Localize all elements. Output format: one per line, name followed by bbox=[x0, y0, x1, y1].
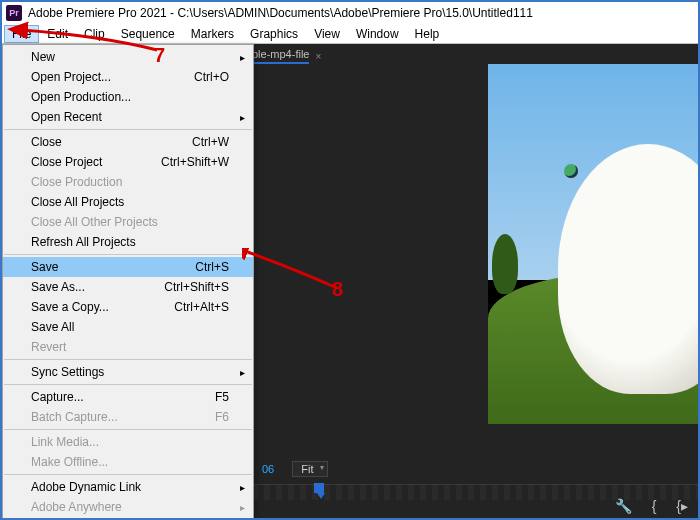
submenu-arrow-icon: ▸ bbox=[240, 482, 245, 493]
menu-item-label: Capture... bbox=[31, 390, 84, 404]
menu-sequence[interactable]: Sequence bbox=[113, 25, 183, 43]
app-logo-icon: Pr bbox=[6, 5, 22, 21]
menu-item-make-offline: Make Offline... bbox=[3, 452, 253, 472]
menu-item-label: Save a Copy... bbox=[31, 300, 109, 314]
menu-item-close-project[interactable]: Close ProjectCtrl+Shift+W bbox=[3, 152, 253, 172]
menu-item-label: Close All Other Projects bbox=[31, 215, 158, 229]
menu-window[interactable]: Window bbox=[348, 25, 407, 43]
zoom-fit-dropdown[interactable]: Fit bbox=[292, 461, 328, 477]
menu-item-label: Open Project... bbox=[31, 70, 111, 84]
menu-file[interactable]: File bbox=[4, 25, 39, 43]
menu-item-save-all[interactable]: Save All bbox=[3, 317, 253, 337]
menu-item-new[interactable]: New▸ bbox=[3, 47, 253, 67]
mark-in-icon[interactable]: { bbox=[652, 498, 657, 514]
menu-item-label: Save As... bbox=[31, 280, 85, 294]
timecode-display[interactable]: 06 bbox=[262, 463, 274, 475]
menu-item-close-all-projects[interactable]: Close All Projects bbox=[3, 192, 253, 212]
submenu-arrow-icon: ▸ bbox=[240, 502, 245, 513]
menu-item-label: Close Production bbox=[31, 175, 122, 189]
monitor-controls: 06 Fit bbox=[252, 458, 698, 480]
menu-item-open-recent[interactable]: Open Recent▸ bbox=[3, 107, 253, 127]
menu-item-shortcut: Ctrl+W bbox=[192, 135, 229, 149]
menu-item-revert: Revert bbox=[3, 337, 253, 357]
menu-edit[interactable]: Edit bbox=[39, 25, 76, 43]
menu-item-label: Revert bbox=[31, 340, 66, 354]
menu-item-link-media: Link Media... bbox=[3, 432, 253, 452]
menu-item-label: Refresh All Projects bbox=[31, 235, 136, 249]
menu-item-refresh-all-projects[interactable]: Refresh All Projects bbox=[3, 232, 253, 252]
program-monitor bbox=[488, 64, 698, 424]
menu-item-capture[interactable]: Capture...F5 bbox=[3, 387, 253, 407]
menu-item-shortcut: Ctrl+Alt+S bbox=[174, 300, 229, 314]
title-bar: Pr Adobe Premiere Pro 2021 - C:\Users\AD… bbox=[2, 2, 698, 24]
menu-item-adobe-dynamic-link[interactable]: Adobe Dynamic Link▸ bbox=[3, 477, 253, 497]
menu-item-label: Close All Projects bbox=[31, 195, 124, 209]
menu-item-shortcut: Ctrl+Shift+S bbox=[164, 280, 229, 294]
menu-item-close-all-other-projects: Close All Other Projects bbox=[3, 212, 253, 232]
menu-item-shortcut: Ctrl+Shift+W bbox=[161, 155, 229, 169]
menu-item-label: Make Offline... bbox=[31, 455, 108, 469]
menu-item-batch-capture: Batch Capture...F6 bbox=[3, 407, 253, 427]
menu-item-label: Open Recent bbox=[31, 110, 102, 124]
annotation-number-8: 8 bbox=[332, 278, 343, 301]
menu-item-label: Close bbox=[31, 135, 62, 149]
menu-item-shortcut: Ctrl+S bbox=[195, 260, 229, 274]
settings-icon[interactable]: 🔧 bbox=[615, 498, 632, 514]
menu-view[interactable]: View bbox=[306, 25, 348, 43]
menu-item-close-production: Close Production bbox=[3, 172, 253, 192]
window-title: Adobe Premiere Pro 2021 - C:\Users\ADMIN… bbox=[28, 6, 533, 20]
source-tab[interactable]: ple-mp4-file bbox=[252, 48, 309, 64]
video-frame-tree bbox=[492, 234, 518, 294]
annotation-number-7: 7 bbox=[154, 44, 165, 67]
submenu-arrow-icon: ▸ bbox=[240, 367, 245, 378]
menu-item-shortcut: F6 bbox=[215, 410, 229, 424]
submenu-arrow-icon: ▸ bbox=[240, 52, 245, 63]
menu-item-save[interactable]: SaveCtrl+S bbox=[3, 257, 253, 277]
menu-item-label: Adobe Dynamic Link bbox=[31, 480, 141, 494]
menu-item-label: Adobe Anywhere bbox=[31, 500, 122, 514]
menu-item-label: Open Production... bbox=[31, 90, 131, 104]
menu-item-open-production[interactable]: Open Production... bbox=[3, 87, 253, 107]
video-frame-eye bbox=[564, 164, 578, 178]
monitor-button-row: 🔧 { {▸ bbox=[615, 498, 688, 514]
menu-bar: FileEditClipSequenceMarkersGraphicsViewW… bbox=[2, 24, 698, 44]
menu-graphics[interactable]: Graphics bbox=[242, 25, 306, 43]
menu-item-shortcut: F5 bbox=[215, 390, 229, 404]
menu-item-adobe-anywhere: Adobe Anywhere▸ bbox=[3, 497, 253, 517]
menu-item-close[interactable]: CloseCtrl+W bbox=[3, 132, 253, 152]
menu-item-label: Save All bbox=[31, 320, 74, 334]
menu-item-label: Batch Capture... bbox=[31, 410, 118, 424]
menu-item-label: New bbox=[31, 50, 55, 64]
menu-item-sync-settings[interactable]: Sync Settings▸ bbox=[3, 362, 253, 382]
menu-item-shortcut: Ctrl+O bbox=[194, 70, 229, 84]
source-tab-strip: ple-mp4-file × bbox=[252, 48, 321, 64]
menu-help[interactable]: Help bbox=[407, 25, 448, 43]
menu-item-label: Close Project bbox=[31, 155, 102, 169]
menu-item-save-a-copy[interactable]: Save a Copy...Ctrl+Alt+S bbox=[3, 297, 253, 317]
file-menu-dropdown: New▸Open Project...Ctrl+OOpen Production… bbox=[2, 44, 254, 520]
menu-clip[interactable]: Clip bbox=[76, 25, 113, 43]
close-tab-icon[interactable]: × bbox=[315, 51, 321, 62]
menu-item-open-project[interactable]: Open Project...Ctrl+O bbox=[3, 67, 253, 87]
menu-markers[interactable]: Markers bbox=[183, 25, 242, 43]
menu-item-label: Sync Settings bbox=[31, 365, 104, 379]
playhead-icon[interactable] bbox=[314, 483, 324, 493]
mark-out-icon[interactable]: {▸ bbox=[676, 498, 688, 514]
menu-item-label: Link Media... bbox=[31, 435, 99, 449]
menu-item-label: Save bbox=[31, 260, 58, 274]
menu-item-save-as[interactable]: Save As...Ctrl+Shift+S bbox=[3, 277, 253, 297]
submenu-arrow-icon: ▸ bbox=[240, 112, 245, 123]
